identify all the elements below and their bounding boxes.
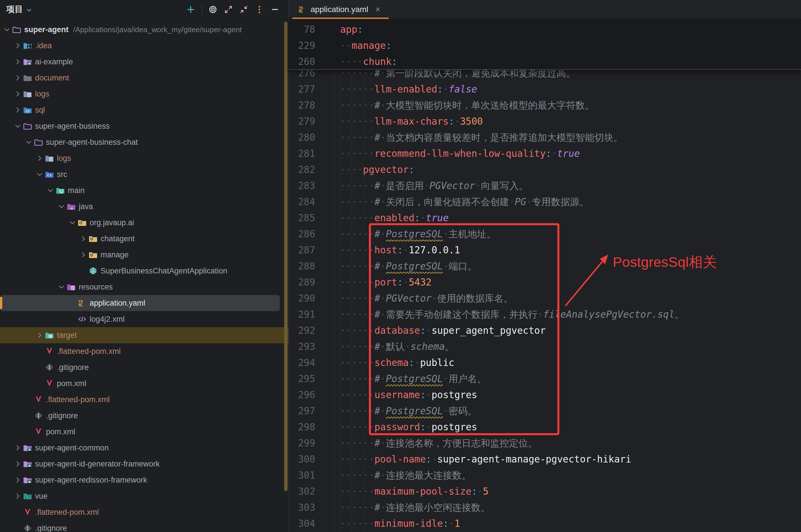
code-line-280: 280······#·当文档内容质量较差时，是否推荐追加大模型智能切块。: [289, 130, 801, 146]
chevron-right-icon[interactable]: [14, 492, 22, 500]
tree-item-super-agent-redisson-framework[interactable]: super-agent-redisson-framework: [0, 472, 288, 488]
sql-folder-icon: [23, 106, 32, 115]
hide-panel-icon[interactable]: [270, 5, 280, 14]
tree-item-super-agent-id-generator-framework[interactable]: super-agent-id-generator-framework: [0, 456, 288, 472]
chevron-down-icon[interactable]: [69, 218, 76, 227]
chevron-spacer: [69, 299, 76, 307]
more-options-icon[interactable]: [255, 5, 264, 14]
tab-label: application.yaml: [310, 5, 368, 14]
chevron-right-icon[interactable]: [79, 235, 87, 243]
line-number: 301: [289, 468, 315, 483]
chevron-right-icon[interactable]: [14, 90, 22, 98]
tree-item-pom-xml[interactable]: pom.xml: [0, 424, 288, 440]
line-number: 297: [289, 403, 315, 419]
tab-application-yaml[interactable]: YAML application.yaml: [292, 0, 388, 19]
tab-close-icon[interactable]: [374, 6, 382, 13]
chevron-right-icon[interactable]: [14, 476, 22, 484]
tree-item-label: .gitignore: [57, 363, 89, 372]
tree-item-super-agent-business-chat[interactable]: super-agent-business-chat: [0, 134, 288, 150]
tree-scrollbar[interactable]: [284, 21, 288, 491]
tree-item-logs[interactable]: logs: [0, 150, 288, 166]
line-content: ······llm-enabled:·false: [340, 81, 477, 97]
line-number: 286: [289, 226, 315, 242]
tree-item-super-agent-common[interactable]: super-agent-common: [0, 440, 288, 456]
chevron-right-icon[interactable]: [14, 460, 22, 468]
folder-outline-icon: [12, 25, 21, 34]
line-number: 285: [289, 210, 315, 226]
locate-icon[interactable]: [208, 5, 217, 14]
project-toolbar: [186, 0, 280, 19]
tree-item-flattened-pom-xml[interactable]: .flattened-pom.xml: [0, 504, 288, 520]
tree-item-super-agent[interactable]: super-agent/Applications/java/idea_work_…: [0, 21, 288, 38]
tree-item-label: document: [35, 74, 69, 82]
tree-item-super-agent-business[interactable]: super-agent-business: [0, 118, 288, 134]
tree-item-target[interactable]: target: [0, 327, 288, 343]
line-number: 280: [289, 130, 315, 146]
line-number: 229: [289, 38, 315, 54]
code-line-303: 303······#·连接池最小空闲连接数。: [289, 499, 801, 516]
tree-item-label: application.yaml: [90, 299, 146, 308]
tree-item-document[interactable]: document: [0, 70, 288, 86]
chevron-right-icon[interactable]: [14, 74, 22, 82]
annotation-red-box: [369, 223, 559, 435]
tree-item-main[interactable]: main: [0, 183, 288, 198]
line-number: 300: [289, 451, 315, 468]
project-panel-title: 项目: [6, 4, 23, 15]
chevron-right-icon[interactable]: [14, 106, 22, 114]
code-line-78: 78app:: [289, 21, 801, 38]
logs-folder-icon: [23, 89, 32, 98]
module-folder-icon: [23, 57, 32, 66]
chevron-down-icon[interactable]: [57, 203, 65, 211]
code-line-229: 229··manage:: [289, 38, 801, 54]
tree-item-gitignore[interactable]: .gitignore: [0, 407, 288, 424]
line-content: ······minimum-idle:·1: [340, 516, 460, 532]
chevron-down-icon[interactable]: [25, 138, 33, 146]
chevron-right-icon[interactable]: [14, 444, 22, 452]
tree-item-resources[interactable]: resources: [0, 279, 288, 295]
line-content: ······#·大模型智能切块时，单次送给模型的最大字符数。: [340, 97, 594, 113]
line-number: 296: [289, 387, 315, 403]
tree-item-java[interactable]: java: [0, 198, 288, 214]
chevron-down-icon[interactable]: [36, 170, 44, 178]
tree-item-superbusinesschatagentapplication[interactable]: SuperBusinessChatAgentApplication: [0, 263, 288, 279]
tree-item-idea[interactable]: .idea: [0, 38, 288, 54]
tree-item-label: manage: [100, 250, 129, 260]
expand-all-icon[interactable]: [224, 5, 233, 14]
tree-item-flattened-pom-xml[interactable]: .flattened-pom.xml: [0, 343, 288, 359]
chevron-down-icon[interactable]: [14, 122, 22, 130]
tree-item-manage[interactable]: manage: [0, 247, 288, 263]
editor[interactable]: YAML application.yaml 276······#·第一阶段默认关…: [289, 0, 801, 532]
tree-item-ai-example[interactable]: ai-example: [0, 54, 288, 70]
chevron-right-icon[interactable]: [36, 331, 44, 339]
tree-item-label: super-agent: [24, 25, 69, 34]
chevron-right-icon[interactable]: [14, 58, 22, 66]
chevron-down-icon[interactable]: [57, 283, 65, 291]
line-content: ······#·连接池最大连接数。: [340, 468, 471, 483]
tree-item-src[interactable]: src: [0, 166, 288, 183]
line-content: ··manage:: [340, 38, 392, 54]
tree-item-application-yaml[interactable]: YAMLapplication.yaml: [0, 295, 280, 311]
tree-item-label: super-agent-common: [35, 443, 109, 452]
tree-item-logs[interactable]: logs: [0, 86, 288, 102]
chevron-down-icon[interactable]: [3, 25, 11, 34]
tree-item-vue[interactable]: vue: [0, 488, 288, 504]
plus-icon[interactable]: [186, 5, 195, 14]
project-title-chevron-down-icon[interactable]: [25, 6, 33, 14]
tree-item-label: logs: [57, 154, 71, 163]
tree-item-pom-xml[interactable]: pom.xml: [0, 376, 288, 392]
tree-item-org-javaup-ai[interactable]: org.javaup.ai: [0, 214, 288, 231]
tree-item-label: .idea: [35, 41, 52, 50]
tree-item-label: pom.xml: [57, 379, 86, 388]
tree-item-log4j2-xml[interactable]: log4j2.xml: [0, 311, 288, 327]
tree-item-gitignore[interactable]: .gitignore: [0, 359, 288, 376]
line-number: 292: [289, 323, 315, 339]
chevron-down-icon[interactable]: [46, 186, 55, 194]
tree-item-sql[interactable]: sql: [0, 102, 288, 118]
tree-item-chatagent[interactable]: chatagent: [0, 231, 288, 247]
tree-item-gitignore[interactable]: .gitignore: [0, 520, 288, 532]
chevron-right-icon[interactable]: [79, 251, 87, 259]
chevron-right-icon[interactable]: [36, 154, 44, 162]
collapse-all-icon[interactable]: [239, 5, 249, 14]
chevron-right-icon[interactable]: [14, 42, 22, 50]
tree-item-flattened-pom-xml[interactable]: .flattened-pom.xml: [0, 392, 288, 407]
